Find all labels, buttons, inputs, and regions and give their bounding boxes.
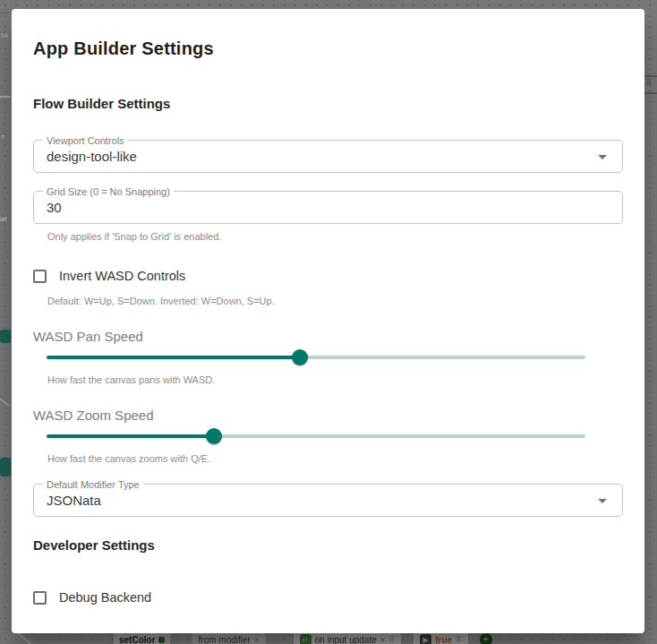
checkbox-icon[interactable]: [33, 591, 47, 605]
divider: [278, 632, 279, 644]
debug-backend-label: Debug Backend: [59, 590, 151, 605]
background-toolbar-fragment: [0, 12, 12, 14]
wasd-pan-speed-label: WASD Pan Speed: [33, 329, 623, 344]
background-text-fragment: lat: [0, 216, 6, 223]
close-icon[interactable]: ×: [380, 635, 386, 644]
wasd-zoom-speed-label: WASD Zoom Speed: [33, 408, 623, 423]
default-modifier-type-select[interactable]: Default Modifier Type JSONata: [33, 484, 623, 517]
flow-builder-settings-heading: Flow Builder Settings: [33, 96, 623, 111]
chevron-down-icon: [598, 499, 607, 503]
divider: [177, 632, 178, 644]
slider-fill: [47, 434, 214, 438]
background-edge-fragment: [0, 398, 10, 407]
grid-size-value: 30: [34, 200, 62, 215]
background-line-fragment: [644, 75, 657, 77]
enter-icon: ↵: [300, 634, 311, 644]
play-icon: ▶: [420, 634, 431, 644]
true-value-label: true: [435, 635, 452, 644]
lightbulb-icon: [100, 636, 108, 644]
default-modifier-type-value: JSONata: [34, 493, 101, 508]
wasd-pan-speed-hint: How fast the canvas pans with WASD.: [47, 374, 623, 385]
divider: [407, 632, 408, 644]
on-input-update-label: on input update: [315, 635, 377, 644]
drag-handle-icon: ⣿: [646, 78, 652, 86]
close-icon[interactable]: ×: [254, 635, 260, 644]
add-button[interactable]: +: [480, 633, 492, 644]
wasd-zoom-speed-slider[interactable]: [47, 428, 585, 444]
background-text-fragment: ha: [1, 32, 8, 39]
wasd-zoom-speed-hint: How fast the canvas zooms with Q/E.: [47, 453, 623, 464]
chevron-down-icon: [598, 155, 607, 159]
slider-track[interactable]: [47, 434, 585, 438]
app-builder-settings-dialog: App Builder Settings Flow Builder Settin…: [12, 9, 644, 633]
divider: [405, 632, 405, 644]
grid-size-input[interactable]: Grid Size (0 = No Snapping) 30: [33, 191, 623, 224]
background-node-fragment: [0, 458, 11, 477]
viewport-controls-select[interactable]: Viewport Controls design-tool-like: [33, 140, 623, 173]
drag-handle-icon[interactable]: ⠿: [456, 635, 462, 644]
background-text-fragment: rr: [1, 133, 5, 141]
debug-backend-checkbox-row[interactable]: Debug Backend: [33, 590, 623, 605]
background-line-fragment: [0, 96, 11, 98]
dialog-title: App Builder Settings: [33, 39, 623, 59]
invert-wasd-label: Invert WASD Controls: [59, 269, 185, 283]
developer-settings-heading: Developer Settings: [33, 537, 623, 553]
viewport-controls-label: Viewport Controls: [43, 135, 128, 146]
divider: [474, 632, 474, 644]
wasd-pan-speed-slider[interactable]: [47, 349, 585, 365]
viewport-controls-value: design-tool-like: [34, 149, 137, 164]
status-badge: [158, 637, 165, 643]
slider-thumb[interactable]: [292, 349, 308, 365]
default-modifier-type-label: Default Modifier Type: [43, 479, 143, 490]
slider-thumb[interactable]: [206, 428, 222, 444]
grid-size-label: Grid Size (0 = No Snapping): [43, 186, 174, 197]
checkbox-icon[interactable]: [33, 270, 47, 283]
background-node-fragment: [0, 330, 11, 343]
grid-size-hint: Only applies if 'Snap to Grid' is enable…: [47, 231, 623, 242]
invert-wasd-checkbox-row[interactable]: Invert WASD Controls: [33, 269, 623, 283]
background-line-fragment: [644, 92, 657, 94]
node-title-label: setColor: [119, 635, 156, 644]
slider-fill: [47, 356, 300, 359]
from-modifier-label: from modifier: [199, 635, 251, 644]
drag-handle-icon[interactable]: ⠿: [389, 635, 396, 644]
slider-track[interactable]: [47, 356, 585, 359]
invert-wasd-hint: Default: W=Up, S=Down. Inverted: W=Down,…: [47, 296, 623, 306]
